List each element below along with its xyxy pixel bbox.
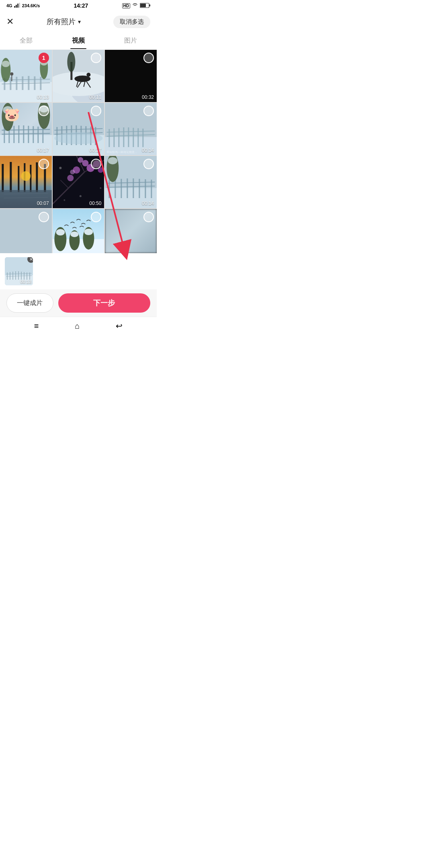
select-circle-10[interactable] [39,212,49,222]
svg-rect-85 [36,162,38,192]
duration-5: 00:17 [89,147,101,153]
svg-rect-44 [37,127,39,143]
next-step-button[interactable]: 下一步 [58,293,150,313]
svg-rect-82 [18,166,19,192]
svg-rect-84 [30,165,31,192]
wifi-icon [132,3,138,8]
svg-rect-80 [2,164,4,192]
tab-all[interactable]: 全部 [0,33,52,49]
speed-text: 234.6K/s [22,3,40,8]
time-display: 14:27 [74,2,88,9]
svg-point-126 [56,229,65,235]
svg-rect-2 [17,4,18,8]
select-circle-12[interactable] [143,212,154,222]
svg-point-99 [78,157,83,163]
select-circle-7[interactable] [39,159,49,169]
home-icon[interactable]: ⌂ [75,321,80,331]
svg-point-29 [86,73,90,77]
select-circle-6[interactable] [143,106,154,116]
grid-item-5[interactable]: 00:17 [53,103,104,155]
carrier-text: 4G [6,3,12,8]
svg-text:早知惊鸿一杯何沁情意...: 早知惊鸿一杯何沁情意... [107,151,137,154]
tab-photo[interactable]: 图片 [104,33,157,49]
duration-6: 00:14 [142,147,154,153]
select-circle-4[interactable] [39,106,49,116]
signal-bars [14,3,20,8]
svg-rect-137 [15,271,16,280]
svg-point-20 [2,61,10,67]
svg-point-105 [100,187,101,189]
svg-rect-111 [115,179,116,198]
duration-4: 00:17 [37,147,49,153]
back-icon[interactable]: ↩ [116,321,123,331]
svg-point-121 [108,157,118,164]
grid-item-9[interactable]: 00:14 [105,156,157,208]
grid-item-6[interactable]: 早知惊鸿一杯何沁情意... 00:14 [105,103,157,155]
grid-item-12[interactable] [105,209,157,253]
svg-point-101 [67,175,74,181]
grid-item-10[interactable] [0,209,52,253]
svg-rect-110 [109,180,110,198]
selected-badge-1: 1 [39,53,49,63]
svg-rect-3 [19,3,20,8]
svg-rect-72 [128,127,129,147]
album-title: 所有照片 [47,17,76,27]
svg-rect-115 [139,179,140,198]
battery-icon [140,3,150,9]
auto-create-button[interactable]: 一键成片 [6,293,53,313]
grid-item-7[interactable]: 00:07 [0,156,52,208]
duration-3: 00:32 [142,94,154,100]
selected-duration-1: 00:13 [20,279,31,284]
svg-rect-37 [4,127,5,143]
svg-rect-73 [133,128,134,147]
svg-rect-114 [133,178,134,198]
svg-point-106 [79,195,81,197]
hd-badge: HD [122,3,130,8]
media-grid: 1 00:13 00:11 [0,50,157,253]
grid-item-2[interactable]: 00:11 [53,50,104,102]
chevron-down-icon: ▾ [78,18,81,25]
svg-rect-0 [14,6,15,8]
svg-point-87 [21,171,31,181]
svg-point-27 [53,72,104,96]
grid-item-11[interactable] [53,209,104,253]
media-tabs: 全部 视频 图片 [0,32,157,50]
grid-item-1[interactable]: 1 00:13 [0,50,52,102]
selected-item-1[interactable]: 00:13 ✕ [5,257,33,285]
pig-emoji: 🐷 [4,107,20,122]
duration-9: 00:14 [142,201,154,206]
svg-rect-68 [109,129,110,147]
close-button[interactable]: ✕ [6,16,14,27]
svg-rect-42 [28,126,29,143]
svg-rect-134 [7,272,8,280]
duration-8: 00:50 [89,201,101,206]
album-title-container[interactable]: 所有照片 ▾ [47,17,81,27]
grid-item-8[interactable]: 00:50 [53,156,104,208]
svg-rect-5 [149,4,150,6]
svg-rect-69 [114,128,115,147]
selected-items-strip: 00:13 ✕ [0,253,157,289]
select-circle-9[interactable] [143,159,154,169]
media-grid-wrapper: 1 00:13 00:11 [0,50,157,253]
svg-point-35 [67,52,75,72]
svg-rect-81 [10,162,12,192]
grid-item-3[interactable]: 00:32 [105,50,157,102]
duration-7: 00:07 [37,201,49,206]
cancel-multiselect-button[interactable]: 取消多选 [113,16,150,28]
svg-rect-70 [119,128,120,147]
svg-rect-135 [10,272,10,280]
svg-rect-112 [121,179,122,198]
grid-item-4[interactable]: 🐷 00:17 [0,103,52,155]
select-circle-3[interactable] [143,53,154,63]
svg-point-128 [70,231,78,237]
tab-video[interactable]: 视频 [52,33,104,49]
svg-rect-1 [16,5,17,8]
svg-rect-139 [21,272,22,280]
status-bar: 4G 234.6K/s 14:27 HD [0,0,157,11]
svg-point-102 [70,170,75,174]
duration-2: 00:11 [89,94,101,100]
svg-rect-43 [33,126,34,143]
bottom-action-bar: 一键成片 下一步 [0,289,157,317]
svg-point-22 [10,72,13,76]
menu-icon[interactable]: ≡ [34,321,39,331]
